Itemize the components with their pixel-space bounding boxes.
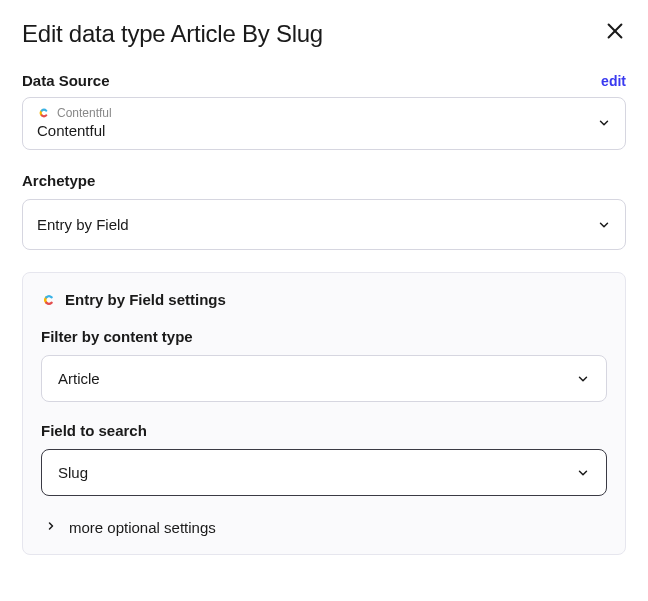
field-to-search-value: Slug (58, 464, 88, 481)
entry-by-field-settings-panel: Entry by Field settings Filter by conten… (22, 272, 626, 555)
more-optional-settings-label: more optional settings (69, 519, 216, 536)
settings-panel-title: Entry by Field settings (65, 291, 226, 308)
contentful-icon (41, 292, 57, 308)
contentful-icon (37, 106, 51, 120)
chevron-right-icon (45, 518, 57, 536)
field-to-search-select[interactable]: Slug (41, 449, 607, 496)
archetype-select[interactable]: Entry by Field (22, 199, 626, 250)
filter-by-content-type-value: Article (58, 370, 100, 387)
chevron-down-icon (576, 372, 590, 386)
chevron-down-icon (576, 466, 590, 480)
edit-data-source-link[interactable]: edit (601, 73, 626, 89)
close-icon (604, 20, 626, 45)
chevron-down-icon (597, 218, 611, 232)
archetype-label: Archetype (22, 172, 626, 189)
filter-by-content-type-select[interactable]: Article (41, 355, 607, 402)
data-source-value: Contentful (37, 122, 112, 139)
chevron-down-icon (597, 116, 611, 130)
page-title: Edit data type Article By Slug (22, 20, 323, 48)
filter-by-content-type-label: Filter by content type (41, 328, 607, 345)
data-source-select[interactable]: Contentful Contentful (22, 97, 626, 150)
more-optional-settings-toggle[interactable]: more optional settings (41, 518, 607, 536)
close-button[interactable] (604, 20, 626, 45)
archetype-value: Entry by Field (37, 216, 129, 233)
field-to-search-label: Field to search (41, 422, 607, 439)
data-source-label: Data Source (22, 72, 110, 89)
data-source-provider: Contentful (57, 106, 112, 120)
